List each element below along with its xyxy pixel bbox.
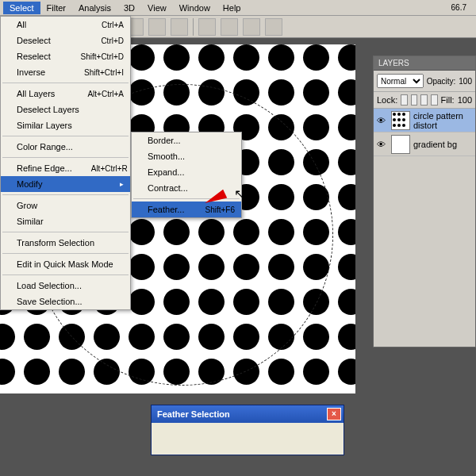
tool-button[interactable] bbox=[148, 18, 166, 36]
layer-row[interactable]: 👁 gradient bg bbox=[374, 132, 475, 156]
menu-item-transform-selection[interactable]: Transform Selection bbox=[1, 235, 130, 251]
zoom-level: 66.7 bbox=[451, 3, 466, 12]
visibility-eye-icon[interactable]: 👁 bbox=[374, 116, 388, 125]
layer-row[interactable]: 👁 circle pattern distort bbox=[374, 109, 475, 132]
fill-value[interactable]: 100 bbox=[458, 95, 472, 105]
menu-select[interactable]: Select bbox=[3, 2, 40, 14]
blend-mode-select[interactable]: Normal bbox=[377, 74, 424, 88]
tool-button[interactable] bbox=[198, 18, 216, 36]
layer-thumbnail[interactable] bbox=[391, 135, 410, 154]
menu-filter[interactable]: Filter bbox=[40, 2, 72, 14]
tool-button[interactable] bbox=[171, 18, 188, 36]
menu-item-similar-layers[interactable]: Similar Layers bbox=[1, 117, 130, 133]
layer-thumbnail[interactable] bbox=[391, 111, 410, 130]
opacity-value[interactable]: 100 bbox=[459, 77, 472, 86]
lock-position-icon[interactable] bbox=[420, 94, 428, 106]
menu-item-refine-edge[interactable]: Refine Edge...Alt+Ctrl+R bbox=[1, 160, 130, 176]
menu-item-all[interactable]: AllCtrl+A bbox=[1, 17, 130, 33]
opacity-label: Opacity: bbox=[427, 77, 456, 86]
lock-label: Lock: bbox=[377, 95, 397, 105]
menu-bar: Select Filter Analysis 3D View Window He… bbox=[0, 0, 476, 16]
menu-item-quick-mask[interactable]: Edit in Quick Mask Mode bbox=[1, 256, 130, 272]
menu-item-expand[interactable]: Expand... bbox=[132, 164, 241, 180]
menu-item-smooth[interactable]: Smooth... bbox=[132, 148, 241, 164]
menu-item-grow[interactable]: Grow bbox=[1, 198, 130, 213]
lock-transparent-icon[interactable] bbox=[401, 94, 408, 106]
menu-item-contract[interactable]: Contract... bbox=[132, 180, 241, 196]
fill-label: Fill: bbox=[441, 95, 455, 105]
visibility-eye-icon[interactable]: 👁 bbox=[374, 140, 388, 149]
layers-list: 👁 circle pattern distort 👁 gradient bg bbox=[374, 109, 475, 347]
menu-item-border[interactable]: Border... bbox=[132, 132, 241, 148]
divider bbox=[193, 18, 194, 36]
menu-help[interactable]: Help bbox=[217, 2, 248, 14]
tool-button[interactable] bbox=[221, 18, 238, 36]
menu-view[interactable]: View bbox=[141, 2, 173, 14]
tool-button[interactable] bbox=[243, 18, 260, 36]
tool-button[interactable] bbox=[265, 18, 282, 36]
menu-item-color-range[interactable]: Color Range... bbox=[1, 139, 130, 155]
lock-all-icon[interactable] bbox=[431, 94, 438, 106]
layer-name[interactable]: gradient bg bbox=[413, 140, 475, 149]
menu-item-save-selection[interactable]: Save Selection... bbox=[1, 294, 130, 309]
dialog-titlebar[interactable]: Feather Selection × bbox=[152, 405, 344, 423]
menu-item-deselect[interactable]: DeselectCtrl+D bbox=[1, 33, 130, 48]
menu-3d[interactable]: 3D bbox=[117, 2, 141, 14]
dialog-body bbox=[152, 423, 344, 455]
lock-pixels-icon[interactable] bbox=[411, 94, 418, 106]
menu-item-modify[interactable]: Modify bbox=[1, 176, 130, 192]
menu-item-deselect-layers[interactable]: Deselect Layers bbox=[1, 102, 130, 117]
menu-item-reselect: ReselectShift+Ctrl+D bbox=[1, 48, 130, 64]
layers-panel-title: LAYERS bbox=[374, 56, 475, 71]
menu-item-inverse[interactable]: InverseShift+Ctrl+I bbox=[1, 64, 130, 80]
menu-item-all-layers[interactable]: All LayersAlt+Ctrl+A bbox=[1, 86, 130, 102]
menu-analysis[interactable]: Analysis bbox=[72, 2, 117, 14]
feather-dialog: Feather Selection × bbox=[151, 405, 344, 455]
modify-submenu: Border... Smooth... Expand... Contract..… bbox=[131, 132, 242, 218]
layer-name[interactable]: circle pattern distort bbox=[413, 111, 475, 130]
dialog-title: Feather Selection bbox=[154, 409, 327, 419]
select-menu-dropdown: AllCtrl+A DeselectCtrl+D ReselectShift+C… bbox=[0, 16, 131, 310]
close-icon[interactable]: × bbox=[327, 408, 341, 420]
menu-item-feather[interactable]: Feather...Shift+F6 bbox=[132, 202, 241, 217]
menu-item-similar[interactable]: Similar bbox=[1, 213, 130, 229]
menu-item-load-selection[interactable]: Load Selection... bbox=[1, 278, 130, 294]
layers-panel: LAYERS Normal Opacity: 100 Lock: Fill: 1… bbox=[373, 56, 476, 347]
menu-window[interactable]: Window bbox=[173, 2, 217, 14]
